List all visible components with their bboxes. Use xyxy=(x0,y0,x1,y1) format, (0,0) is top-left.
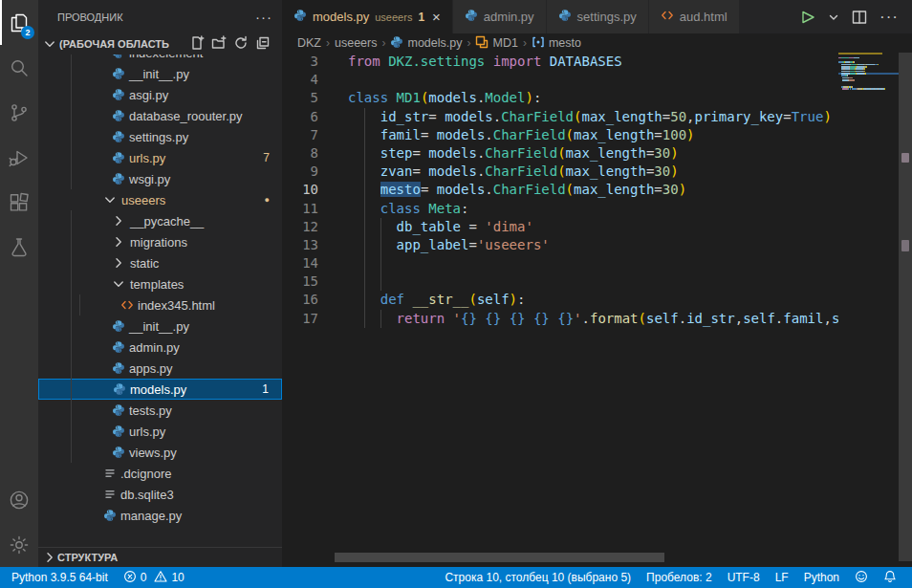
tree-item-views.py[interactable]: views.py xyxy=(38,442,282,463)
tree-item-migrations[interactable]: migrations xyxy=(38,231,282,252)
code-editor[interactable]: 3from DKZ.settings import DATABASES45cla… xyxy=(282,53,838,567)
activity-item-source-control[interactable] xyxy=(0,90,38,135)
tree-item-tests.py[interactable]: tests.py xyxy=(38,400,282,421)
sidebar-title-row: ПРОВОДНИК ··· xyxy=(38,0,282,33)
activity-item-explorer[interactable]: 2 xyxy=(0,0,38,45)
tree-item-label: settings.py xyxy=(129,130,188,144)
line-number[interactable]: 6 xyxy=(282,108,337,126)
tree-item-wsgi.py[interactable]: wsgi.py xyxy=(38,168,282,189)
vertical-scrollbar[interactable] xyxy=(899,53,912,561)
line-number[interactable]: 9 xyxy=(282,163,337,181)
refresh-icon[interactable] xyxy=(233,35,249,53)
run-icon[interactable] xyxy=(797,8,816,27)
tree-item-manage.py[interactable]: manage.py xyxy=(38,505,282,526)
file-file-icon xyxy=(102,467,117,481)
activity-item-accounts[interactable] xyxy=(0,477,38,522)
py-file-icon xyxy=(111,403,125,418)
breadcrumb-item-MD1[interactable]: MD1 xyxy=(475,35,517,52)
line-number[interactable]: 13 xyxy=(282,236,337,254)
outline-section-header[interactable]: СТРУКТУРА xyxy=(38,547,282,567)
activity-item-run-and-debug[interactable] xyxy=(0,135,38,180)
tree-item-db.sqlite3[interactable]: db.sqlite3 xyxy=(38,484,282,505)
line-number[interactable]: 14 xyxy=(282,254,337,272)
sidebar-more-actions-icon[interactable]: ··· xyxy=(255,12,272,22)
manage-icon xyxy=(8,534,31,556)
tree-item-label: templates xyxy=(130,277,184,292)
indent-guide xyxy=(364,218,365,236)
line-content xyxy=(337,71,838,89)
tree-item-settings.py[interactable]: settings.py xyxy=(38,126,282,147)
tree-item-static[interactable]: static xyxy=(38,252,282,273)
activity-item-testing[interactable] xyxy=(0,225,38,270)
status-python-interpreter[interactable]: Python 3.9.5 64-bit xyxy=(4,567,116,588)
split-editor-icon[interactable] xyxy=(851,9,868,26)
tab-admin.py[interactable]: admin.py xyxy=(453,0,546,33)
symbol-py-icon xyxy=(390,35,403,52)
line-number[interactable]: 11 xyxy=(282,200,337,218)
tree-item-__pycache__[interactable]: __pycache__ xyxy=(38,210,282,231)
tree-item-urls.py[interactable]: urls.py7 xyxy=(38,147,282,168)
activity-item-extensions[interactable] xyxy=(0,180,38,225)
status-feedback[interactable] xyxy=(847,567,876,588)
line-number[interactable]: 5 xyxy=(282,89,337,107)
tree-item-.dcignore[interactable]: .dcignore xyxy=(38,463,282,484)
line-number[interactable]: 10 xyxy=(282,181,337,199)
line-number[interactable]: 15 xyxy=(282,272,337,291)
tree-item-models.py[interactable]: models.py1 xyxy=(38,379,282,400)
tree-item-asgi.py[interactable]: asgi.py xyxy=(38,84,282,105)
status-label: Python 3.9.5 64-bit xyxy=(11,571,108,584)
tab-close-icon[interactable]: × xyxy=(432,10,441,24)
minimap[interactable] xyxy=(838,53,899,538)
line-number[interactable]: 3 xyxy=(282,53,337,71)
tree-item-useeers[interactable]: useeers● xyxy=(38,189,282,210)
line-number[interactable]: 8 xyxy=(282,144,337,163)
breadcrumb-separator: › xyxy=(523,36,527,50)
line-number[interactable]: 7 xyxy=(282,126,337,144)
status-eol[interactable]: LF xyxy=(768,567,796,588)
indent-guide xyxy=(364,236,365,254)
status-problems[interactable]: 010 xyxy=(116,567,192,588)
line-number[interactable]: 12 xyxy=(282,218,337,236)
tree-item-badge: ● xyxy=(265,195,282,205)
tab-models.py[interactable]: models.pyuseeers1× xyxy=(282,0,452,33)
status-cursor-position[interactable]: Строка 10, столбец 10 (выбрано 5) xyxy=(437,567,639,588)
selected-text: mesto xyxy=(380,182,421,197)
status-notifications[interactable] xyxy=(876,567,904,588)
vscode-window: { "palette":{"kp":"#C586C0","kb":"#569CD… xyxy=(0,0,912,588)
horizontal-scrollbar-thumb[interactable] xyxy=(335,553,664,562)
run-dropdown-icon[interactable] xyxy=(828,11,839,23)
new-file-icon[interactable] xyxy=(189,35,205,53)
py-file-icon xyxy=(293,9,307,25)
activity-item-manage[interactable] xyxy=(0,522,38,567)
activity-item-search[interactable] xyxy=(0,45,38,90)
tree-item-urls.py[interactable]: urls.py xyxy=(38,421,282,442)
code-line-16: 16 def __str__(self): xyxy=(282,291,838,309)
status-language-mode[interactable]: Python xyxy=(796,567,847,588)
tab-aud.html[interactable]: aud.html xyxy=(649,0,739,33)
line-number[interactable]: 16 xyxy=(282,291,337,309)
tree-item-__init__.py[interactable]: __init__.py xyxy=(38,63,282,84)
status-indentation[interactable]: Пробелов: 2 xyxy=(639,567,720,588)
more-actions-icon[interactable]: ··· xyxy=(879,13,899,21)
workspace-section-header[interactable]: (РАБОЧАЯ ОБЛАСТЬ) ... xyxy=(38,33,282,54)
tree-item-templates[interactable]: templates xyxy=(38,273,282,294)
breadcrumb-item-DKZ[interactable]: DKZ xyxy=(297,36,321,50)
line-number[interactable]: 4 xyxy=(282,71,337,89)
breadcrumb-item-mesto[interactable]: mesto xyxy=(532,35,581,52)
collapse-all-icon[interactable] xyxy=(255,35,271,53)
line-content: return '{} {} {} {} {}'.format(self.id_s… xyxy=(337,310,838,328)
breadcrumb-item-models.py[interactable]: models.py xyxy=(390,35,462,52)
indent-guide xyxy=(380,310,381,328)
tree-item-apps.py[interactable]: apps.py xyxy=(38,358,282,379)
breadcrumb-item-useeers[interactable]: useeers xyxy=(335,36,377,50)
line-number[interactable]: 17 xyxy=(282,310,337,328)
status-encoding[interactable]: UTF-8 xyxy=(720,567,768,588)
tree-item-admin.py[interactable]: admin.py xyxy=(38,337,282,358)
tree-item-__init__.py[interactable]: __init__.py xyxy=(38,316,282,337)
bell-icon xyxy=(883,570,897,586)
new-folder-icon[interactable] xyxy=(211,35,227,53)
tab-settings.py[interactable]: settings.py xyxy=(547,0,648,33)
tree-item-database_roouter.py[interactable]: database_roouter.py xyxy=(38,105,282,126)
tree-item-index345.html[interactable]: index345.html xyxy=(38,294,282,316)
code-line-4: 4 xyxy=(282,71,838,89)
